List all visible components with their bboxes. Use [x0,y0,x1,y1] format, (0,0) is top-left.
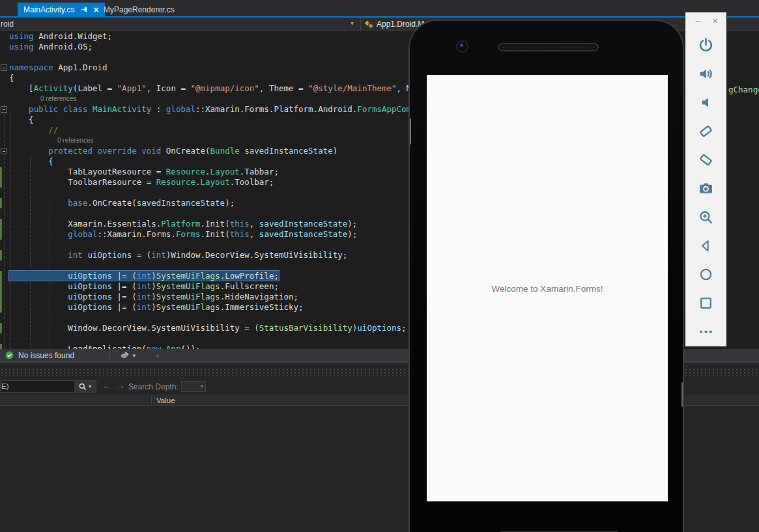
back-button[interactable] [685,231,726,260]
search-button[interactable]: ▾ [74,381,96,392]
fold-margin-line [4,104,5,349]
code-token: int [137,302,152,312]
code-token: |= ( [112,271,137,281]
fold-toggle-class[interactable] [1,106,7,113]
power-button[interactable] [685,31,726,59]
tab-mypagerenderer[interactable]: MyPageRenderer.cs [98,3,180,16]
code-token [161,344,166,349]
code-token [9,302,68,312]
minimize-icon[interactable]: – [695,18,702,25]
document-tab-bar: MainActivity.cs × MyPageRenderer.cs [0,0,759,18]
code-token: . [195,177,201,187]
code-line: base.OnCreate(savedInstanceState); [9,198,465,208]
front-camera [456,40,468,53]
code-token: savedInstanceState [259,229,347,239]
code-token: , Icon = [147,83,191,93]
code-line [9,188,465,198]
code-token: using [9,31,38,41]
pin-icon[interactable] [81,6,88,13]
back-icon [698,238,714,254]
fold-toggle-method[interactable] [1,148,7,154]
code-token: ToolbarResource = [9,177,156,187]
android-emulator-phone: Welcome to Xamarin.Forms! [408,20,684,532]
rotate-left-button[interactable] [685,117,726,145]
volume-down-button[interactable] [685,88,726,117]
search-next-arrow-icon[interactable]: → [115,380,125,391]
project-dropdown[interactable]: roid ▾ [0,18,360,31]
code-token: = ( [132,250,151,260]
code-token: [ [9,83,34,93]
emulator-window-controls: – × [685,16,726,29]
code-token: { [9,73,14,83]
type-dropdown[interactable]: App1.Droid.M [361,18,424,31]
tab-label: MainActivity.cs [23,5,74,14]
search-depth-dropdown[interactable]: ▾ [181,381,206,392]
column-separator[interactable] [151,395,152,406]
change-tracking-bar [0,250,2,260]
more-button[interactable] [685,317,726,346]
fold-toggle-namespace[interactable] [1,64,7,71]
code-line: protected override void OnCreate(Bundle … [9,146,465,156]
change-tracking-bar [0,323,2,333]
change-tracking-bar [0,177,2,188]
code-token: , [250,219,259,229]
volume-down-icon [698,94,714,111]
code-token: |= ( [112,292,137,301]
code-token: . [205,167,210,176]
code-token: Forms [176,229,201,239]
code-text[interactable]: using Android.Widget;using Android.OS;na… [9,31,465,349]
watch-search-text: E) [1,382,9,390]
code-token: int [137,271,152,281]
close-icon[interactable]: × [711,16,719,25]
power-icon [698,37,714,53]
screenshot-camera-button[interactable] [685,174,726,203]
code-line: 0 references [9,94,465,104]
rotate-right-button[interactable] [685,145,726,174]
code-token: MainActivity [93,104,151,114]
code-line: { [9,73,465,83]
code-line: { [9,156,465,167]
code-token [9,271,68,281]
code-cleanup-broom-icon[interactable] [121,351,130,360]
emulator-screen[interactable]: Welcome to Xamarin.Forms! [427,75,668,501]
code-token: Resource [166,167,205,176]
code-token: ::Xamarin.Forms. [97,229,175,239]
code-token: .LowProfile; [220,271,279,281]
code-token: |= ( [112,281,137,291]
code-token: int [68,250,83,260]
code-token: uiOptions [68,292,112,301]
no-issues-check-icon [5,351,14,359]
home-button[interactable] [685,260,726,288]
watch-search-input[interactable]: E) ▾ [0,380,96,393]
code-line [9,240,465,250]
code-token: .Toolbar; [230,177,274,187]
code-token: LoadApplication( [9,344,147,349]
code-token: base [68,198,87,208]
rotate-right-icon [698,152,714,168]
code-token: Xamarin.Essentials. [9,219,161,229]
code-token: SystemUiFlags [156,281,220,291]
code-line: uiOptions |= (int)SystemUiFlags.LowProfi… [9,271,465,281]
chevron-down-icon[interactable]: ▾ [132,352,136,359]
code-token: App1.Droid [58,63,107,72]
code-token: // [9,125,58,135]
code-token: ); [225,198,235,208]
code-token: |= ( [112,302,137,312]
code-token: uiOptions [357,323,401,333]
code-line: public class MainActivity : global::Xama… [9,104,465,115]
zoom-button[interactable] [685,203,726,231]
navigate-back-icon[interactable]: ◄ [154,352,160,359]
code-token: Activity [34,83,73,93]
code-token: SystemUiFlags [156,292,220,301]
code-line: namespace App1.Droid [9,63,465,73]
search-prev-arrow-icon[interactable]: ← [102,380,112,391]
code-token: App [166,344,181,349]
tab-mainactivity[interactable]: MainActivity.cs × [18,3,105,16]
volume-up-button[interactable] [685,59,726,88]
code-token: uiOptions [68,302,112,312]
code-token: ()); [180,344,200,349]
overview-button[interactable] [685,288,726,317]
code-token: , [250,229,259,239]
phone-side-button [410,119,411,145]
code-line: { [9,115,465,125]
